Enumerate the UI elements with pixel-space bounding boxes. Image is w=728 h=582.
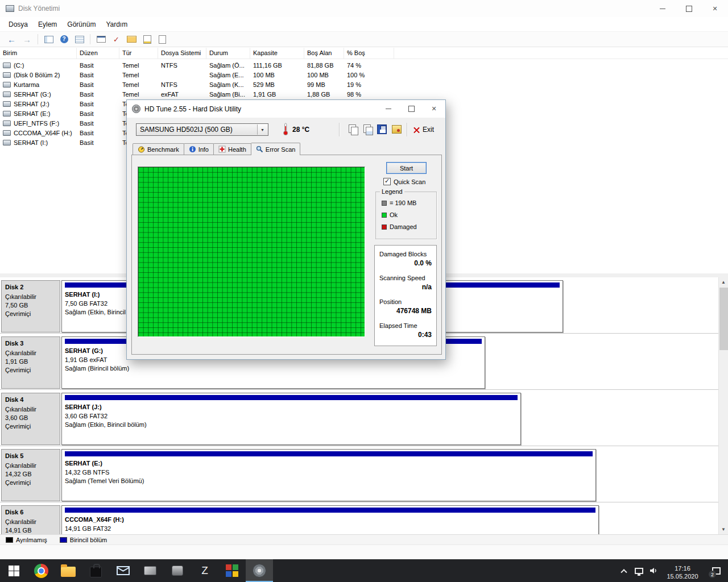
close-icon[interactable]	[423, 100, 445, 118]
volume-row[interactable]: SERHAT (G:) Basit Temel exFAT Sağlam (Bi…	[0, 89, 728, 99]
column-header-durum[interactable]: Durum	[206, 48, 250, 59]
partition-bar[interactable]: SERHAT (E:) 14,32 GB NTFS Sağlam (Temel …	[61, 449, 596, 501]
toolbar	[0, 32, 728, 47]
column-header-duzen[interactable]: Düzen	[77, 48, 119, 59]
clock[interactable]: 17:16 15.05.2020	[661, 561, 704, 580]
taskbar-z-app[interactable]	[191, 559, 218, 582]
column-header-dosya-sistemi[interactable]: Dosya Sistemi	[158, 48, 206, 59]
console-tree-icon[interactable]	[42, 33, 56, 45]
start-button[interactable]: Start	[386, 162, 427, 174]
scroll-thumb[interactable]	[719, 288, 728, 350]
column-header-bos-alan[interactable]: Boş Alan	[304, 48, 344, 59]
console-icon[interactable]	[94, 33, 108, 45]
partition-bar[interactable]: SERHAT (J:) 3,60 GB FAT32 Sağlam (Etkin,…	[61, 393, 521, 445]
back-icon[interactable]	[5, 33, 19, 45]
hidden-icons-chevron[interactable]	[617, 559, 631, 582]
volume-cell-durum: Sağlam (E...	[206, 72, 250, 78]
hdtune-title-bar[interactable]: HD Tune 2.55 - Hard Disk Utility	[127, 100, 445, 118]
partition-color-strip	[65, 508, 595, 513]
legend-label: Birincil bölüm	[70, 537, 107, 543]
taskbar-chrome[interactable]	[27, 559, 55, 582]
tab-error-scan[interactable]: Error Scan	[251, 143, 301, 155]
disk-info-box[interactable]: Disk 3 Çıkarılabilir 1,91 GB Çevrimiçi	[1, 336, 60, 389]
legend-item-primary-partition: Birincil bölüm	[60, 537, 107, 543]
scroll-down-icon[interactable]	[719, 525, 728, 534]
column-header-birim[interactable]: Birim	[0, 48, 77, 59]
disk-name: Disk 6	[5, 509, 56, 516]
title-bar[interactable]: Disk Yönetimi	[0, 0, 728, 17]
column-header-pct-bos[interactable]: % Boş	[344, 48, 394, 59]
taskbar-mosaic-app[interactable]	[218, 559, 246, 582]
disk-info-box[interactable]: Disk 2 Çıkarılabilir 7,50 GB Çevrimiçi	[1, 280, 60, 332]
options-icon[interactable]	[392, 125, 402, 134]
export-icon[interactable]	[140, 33, 154, 45]
disk-size: 7,50 GB	[5, 301, 56, 310]
taskbar-file-explorer[interactable]	[55, 559, 82, 582]
document-icon[interactable]	[155, 33, 169, 45]
forward-icon[interactable]	[20, 33, 34, 45]
legend-damaged: Damaged	[382, 223, 436, 230]
taskbar-mail[interactable]	[109, 559, 136, 582]
chevron-down-icon[interactable]	[257, 124, 267, 135]
column-header-tur[interactable]: Tür	[119, 48, 158, 59]
volume-row[interactable]: Kurtarma Basit Temel NTFS Sağlam (K... 5…	[0, 80, 728, 89]
copy-text-icon[interactable]	[362, 124, 374, 135]
disk-size: 1,91 GB	[5, 357, 56, 366]
volume-name: UEFI_NTFS (F:)	[14, 120, 59, 127]
start-button-taskbar[interactable]	[0, 559, 27, 582]
volume-row[interactable]: (Disk 0 Bölüm 2) Basit Temel Sağlam (E..…	[0, 70, 728, 80]
chevron-up-icon	[621, 569, 627, 575]
tab-health[interactable]: Health	[213, 143, 251, 155]
volume-cell-dosya-sistemi: NTFS	[158, 81, 206, 88]
menu-yardim[interactable]: Yardım	[101, 18, 133, 31]
menu-eylem[interactable]: Eylem	[33, 18, 62, 31]
network-tray[interactable]	[631, 559, 646, 582]
volume-cell-pct-bos: 100 %	[344, 72, 394, 78]
menu-dosya[interactable]: Dosya	[3, 18, 33, 31]
disk-name: Disk 3	[5, 340, 56, 347]
thermometer-icon	[283, 123, 289, 138]
file-explorer-icon	[61, 567, 76, 577]
disk-size: 14,91 GB	[5, 526, 56, 534]
checkbox-checked-icon[interactable]	[383, 178, 391, 185]
disk-info-box[interactable]: Disk 5 Çıkarılabilir 14,32 GB Çevrimiçi	[1, 449, 60, 501]
drive-select[interactable]: SAMSUNG HD502IJ (500 GB)	[136, 123, 268, 136]
volume-cell-birim: SERHAT (J:)	[0, 101, 77, 107]
tab-benchmark[interactable]: Benchmark	[133, 143, 184, 155]
volume-cell-kapasite: 111,16 GB	[250, 62, 304, 69]
maximize-icon[interactable]	[676, 0, 702, 17]
list-view-icon[interactable]	[72, 33, 86, 45]
column-header-kapasite[interactable]: Kapasite	[250, 48, 304, 59]
quick-scan-checkbox[interactable]: Quick Scan	[383, 178, 425, 185]
disk-info-box[interactable]: Disk 6 Çıkarılabilir 14,91 GB	[1, 505, 60, 534]
taskbar-store[interactable]	[82, 559, 109, 582]
menu-gorunum[interactable]: Görünüm	[62, 18, 101, 31]
taskbar-app-1[interactable]	[136, 559, 164, 582]
clock-time: 17:16	[675, 565, 690, 572]
vertical-scrollbar[interactable]	[718, 277, 728, 534]
tab-info[interactable]: Info	[184, 143, 214, 155]
scroll-up-icon[interactable]	[719, 277, 728, 287]
temperature-value: 28 °C	[292, 126, 309, 134]
volume-cell-birim: (C:)	[0, 62, 77, 69]
volume-row[interactable]: (C:) Basit Temel NTFS Sağlam (Ö... 111,1…	[0, 60, 728, 70]
volume-tray[interactable]	[646, 559, 661, 582]
taskbar-hdtune[interactable]	[246, 559, 273, 582]
folder-icon[interactable]	[125, 33, 139, 45]
maximize-icon[interactable]	[400, 100, 423, 118]
minimize-icon[interactable]	[650, 0, 676, 17]
disk-info-box[interactable]: Disk 4 Çıkarılabilir 3,60 GB Çevrimiçi	[1, 393, 60, 445]
partition-bar[interactable]: CCCOMA_X64F (H:) 14,91 GB FAT32	[61, 505, 599, 534]
stat-label: Position	[379, 298, 432, 305]
minimize-icon[interactable]	[377, 100, 400, 118]
copy-icon[interactable]	[348, 124, 359, 135]
exit-button[interactable]: Exit	[411, 124, 436, 135]
disk-kind: Çıkarılabilir	[5, 462, 56, 470]
stat-item: Scanning Speed n/a	[379, 275, 432, 291]
action-center-button[interactable]: 2	[704, 559, 728, 582]
help-icon[interactable]	[57, 33, 71, 45]
save-icon[interactable]	[377, 124, 387, 134]
close-icon[interactable]	[702, 0, 728, 17]
taskbar-app-2[interactable]	[164, 559, 191, 582]
check-icon[interactable]	[109, 33, 123, 45]
